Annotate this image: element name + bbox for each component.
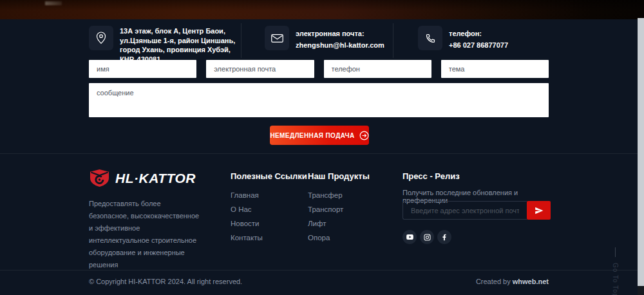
contact-address: 13А этаж, блок А, Центр Баои, ул.Цзяньше… [89,23,241,58]
products-title: Наш Продукты [308,171,370,181]
phone-input[interactable] [324,60,431,78]
contact-phone: телефон: +86 027 86877077 [393,23,549,58]
newsletter-email-input[interactable] [402,201,527,220]
link-transport[interactable]: Транспорт [308,205,343,214]
go-to-top-button[interactable]: Go To Top [611,247,620,295]
email-input[interactable] [206,60,314,78]
brand-logo[interactable]: HL·KATTOR [89,169,196,187]
go-to-top-line [615,247,616,257]
useful-links-title: Полезные Ссылки [231,171,307,181]
page-scrollbar[interactable] [638,18,644,286]
link-support[interactable]: Опора [308,233,343,242]
facebook-icon[interactable] [437,230,451,244]
submit-button-label: НЕМЕДЛЕННАЯ ПОДАЧА [270,132,354,139]
link-support-anchor[interactable]: Опора [308,234,330,242]
press-title: Пресс - Релиз [402,171,460,181]
subject-input[interactable] [441,60,549,78]
arrow-circle-icon [359,131,369,140]
footer-page: 13А этаж, блок А, Центр Баои, ул.Цзяньше… [0,0,644,295]
contact-email: электронная почта: zhengshun@hl-kattor.c… [241,23,393,58]
credit-prefix: Created by [476,278,513,285]
link-lift-anchor[interactable]: Лифт [308,220,326,227]
credit-site-link[interactable]: whweb.net [513,278,549,285]
footer-top-divider [0,153,644,154]
youtube-icon[interactable] [402,230,417,244]
link-lift[interactable]: Лифт [308,219,343,228]
location-pin-icon [89,26,113,50]
email-label: электронная почта: [296,29,384,39]
brand-logo-text: HL·KATTOR [115,171,196,186]
useful-links-list: Главная О Нас Новости Контакты [231,191,263,247]
phone-icon [418,26,442,50]
submit-button[interactable]: НЕМЕДЛЕННАЯ ПОДАЧА [270,126,369,145]
link-transfer[interactable]: Трансфер [308,191,343,200]
contact-form-row [89,60,549,78]
link-news[interactable]: Новости [231,219,263,228]
link-home-anchor[interactable]: Главная [231,191,259,199]
link-transport-anchor[interactable]: Транспорт [308,205,343,213]
brand-description: Предоставлять более безопасное, высокока… [89,198,202,271]
message-textarea[interactable] [89,83,549,117]
link-news-anchor[interactable]: Новости [231,220,260,227]
newsletter-form [402,201,551,220]
link-about-anchor[interactable]: О Нас [231,205,252,213]
bottom-bar-divider [0,270,644,271]
phone-label: телефон: [449,29,508,39]
email-value[interactable]: zhengshun@hl-kattor.com [296,41,384,50]
phone-value[interactable]: +86 027 86877077 [449,41,508,50]
name-input[interactable] [89,60,196,78]
social-links [402,230,451,244]
address-text: 13А этаж, блок А, Центр Баои, ул.Цзяньше… [120,23,241,64]
go-to-top-label: Go To Top [612,263,619,295]
copyright-text: © Copyright HI-KATTOR 2024. All right re… [89,278,242,285]
paper-plane-icon [535,206,544,215]
envelope-icon [265,26,289,50]
shield-logo-icon [89,169,110,187]
credit-text: Created by whweb.net [476,278,549,285]
hero-lights [45,1,62,5]
newsletter-send-button[interactable] [527,201,551,220]
link-transfer-anchor[interactable]: Трансфер [308,191,343,199]
link-about[interactable]: О Нас [231,205,263,214]
products-list: Трансфер Транспорт Лифт Опора [308,191,343,247]
hero-image-strip [0,0,644,19]
instagram-icon[interactable] [420,230,434,244]
link-home[interactable]: Главная [231,191,263,200]
scrollbar-thumb[interactable] [638,286,644,295]
link-contacts[interactable]: Контакты [231,233,263,242]
link-contacts-anchor[interactable]: Контакты [231,234,263,242]
